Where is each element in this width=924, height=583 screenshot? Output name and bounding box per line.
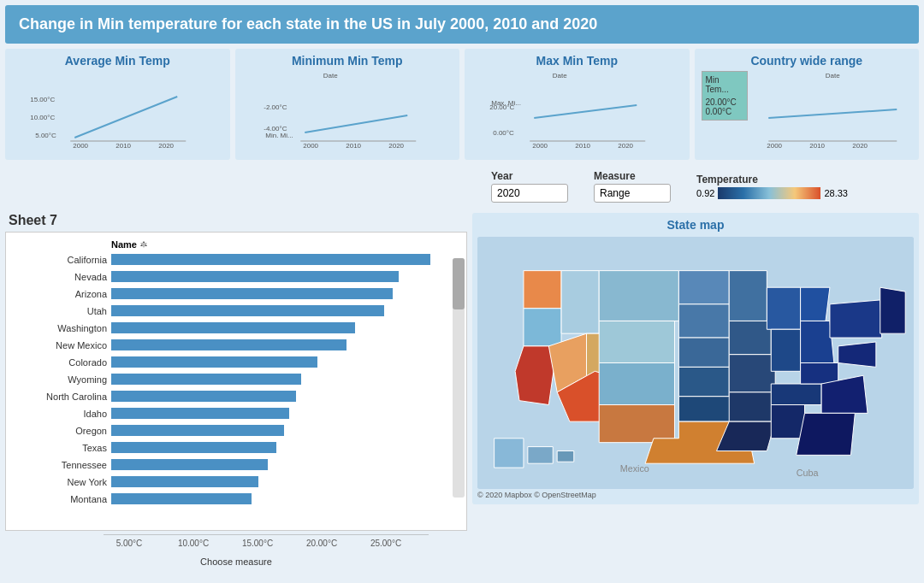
state-map-title: State map <box>477 218 914 232</box>
list-item: Washington <box>13 321 459 335</box>
year-label: Year <box>491 170 568 182</box>
svg-text:2020: 2020 <box>618 142 633 148</box>
list-item: North Carolina <box>13 389 459 403</box>
country-wide-range-chart: Date 2000 2010 2020 <box>753 71 913 148</box>
state-south-dakota <box>678 304 729 338</box>
state-tennessee <box>771 384 821 405</box>
bar-label: California <box>13 255 111 265</box>
temp-legend: Temperature 0.92 28.33 <box>696 174 848 199</box>
color-legend-box: Min Tem... 20.00°C 0.00°C <box>702 71 748 121</box>
measure-select[interactable]: Range Average Min Max <box>594 184 671 203</box>
kpi-country-wide-range-title: Country wide range <box>702 54 913 68</box>
state-pa-ny <box>830 300 882 338</box>
svg-line-13 <box>305 115 407 132</box>
kpi-avg-min-temp: Average Min Temp Avg. Min T... 5.00°C 10… <box>5 49 230 160</box>
list-item: Oregon <box>13 423 459 438</box>
color-legend-min: 0.00°C <box>706 107 743 116</box>
state-oklahoma <box>678 397 733 421</box>
state-wyoming <box>599 321 674 362</box>
kpi-max-min-temp: Max Min Temp Date Max. Mi... 0.00°C 20.0… <box>465 49 690 160</box>
svg-text:2010: 2010 <box>116 142 131 148</box>
state-miss-al <box>771 405 804 439</box>
map-container: Mexico Cuba <box>477 237 914 489</box>
bar-label: New Mexico <box>13 340 111 350</box>
svg-text:20.00°C: 20.00°C <box>489 103 514 111</box>
state-oregon <box>524 309 561 346</box>
bar-fill <box>111 425 284 436</box>
state-map-card: State map Mexico Cuba <box>472 213 919 504</box>
bar-fill <box>111 288 393 299</box>
svg-text:-2.00°C: -2.00°C <box>264 103 287 111</box>
svg-text:20.00°C: 20.00°C <box>306 539 337 548</box>
svg-text:2010: 2010 <box>809 142 825 148</box>
bar-fill <box>111 305 384 316</box>
svg-text:15.00°C: 15.00°C <box>242 539 273 548</box>
kpi-min-min-temp-chart: Date Min. Mi... -2.00°C -4.00°C 2000 201… <box>242 71 453 148</box>
svg-text:2020: 2020 <box>158 142 174 148</box>
state-hawaii2 <box>557 450 574 462</box>
list-item: Wyoming <box>13 372 459 386</box>
list-item: Montana <box>13 492 459 506</box>
bar-fill <box>111 356 317 368</box>
scrollbar-thumb[interactable] <box>453 258 465 309</box>
bar-fill <box>111 476 258 487</box>
year-select[interactable]: 2020 2010 2000 <box>491 184 568 203</box>
color-legend-max: 20.00°C <box>706 97 743 107</box>
bar-label: Texas <box>13 443 111 453</box>
bar-label: Washington <box>13 323 111 333</box>
state-va-md <box>838 342 876 367</box>
scrollbar[interactable] <box>453 258 465 498</box>
svg-text:2000: 2000 <box>303 142 318 148</box>
state-minnesota <box>729 271 767 321</box>
state-new-mexico <box>599 405 674 443</box>
kpi-min-min-temp-title: Minimum Min Temp <box>242 54 453 68</box>
svg-text:10.00°C: 10.00°C <box>178 539 209 548</box>
svg-line-22 <box>534 105 637 118</box>
svg-text:2020: 2020 <box>388 142 404 148</box>
state-wisconsin <box>767 287 800 329</box>
map-copyright: © 2020 Mapbox © OpenStreetMap <box>477 491 914 499</box>
temp-legend-title: Temperature <box>696 174 848 186</box>
svg-text:5.00°C: 5.00°C <box>116 539 143 548</box>
measure-control: Measure Range Average Min Max <box>594 170 671 203</box>
x-axis-labels: 5.00°C 10.00°C 15.00°C 20.00°C 25.00°C <box>104 534 446 550</box>
state-washington <box>524 271 561 309</box>
svg-text:Date: Date <box>323 72 337 80</box>
temp-gradient <box>718 187 820 199</box>
state-alaska <box>495 439 524 468</box>
kpi-max-min-temp-chart: Date Max. Mi... 0.00°C 20.00°C 2000 2010… <box>471 71 683 148</box>
bar-label: Nevada <box>13 272 111 282</box>
svg-text:0.00°C: 0.00°C <box>493 129 514 137</box>
right-panel: State map Mexico Cuba <box>472 213 919 567</box>
svg-text:Date: Date <box>825 72 839 80</box>
kpi-max-min-temp-title: Max Min Temp <box>471 54 683 68</box>
bar-label: Wyoming <box>13 374 111 385</box>
list-item: New Mexico <box>13 338 459 352</box>
list-item: Texas <box>13 440 459 455</box>
bar-label: Idaho <box>13 409 111 419</box>
state-indiana-ohio <box>801 321 834 362</box>
bar-label: Montana <box>13 494 111 504</box>
bar-fill <box>111 322 355 333</box>
svg-line-4 <box>74 97 177 138</box>
state-idaho <box>561 271 599 334</box>
temp-legend-min: 0.92 <box>696 188 714 198</box>
svg-text:2000: 2000 <box>532 142 548 148</box>
state-ga-fl <box>797 413 856 455</box>
name-header: Name <box>13 239 459 250</box>
color-legend-label: Min Tem... <box>706 75 743 94</box>
kpi-avg-min-temp-title: Average Min Temp <box>12 54 223 68</box>
bar-fill <box>111 271 399 282</box>
bar-fill <box>111 442 276 453</box>
bar-chart-area: CaliforniaNevadaArizonaUtahWashingtonNew… <box>13 252 459 509</box>
bar-fill <box>111 493 252 504</box>
state-iowa <box>729 321 771 354</box>
svg-text:2000: 2000 <box>73 142 88 148</box>
list-item: Nevada <box>13 269 459 284</box>
svg-text:15.00°C: 15.00°C <box>30 96 55 103</box>
bar-fill <box>111 374 301 385</box>
sort-icon[interactable] <box>139 240 148 249</box>
bar-label: New York <box>13 477 111 487</box>
list-item: California <box>13 252 459 267</box>
svg-text:2010: 2010 <box>346 142 361 148</box>
